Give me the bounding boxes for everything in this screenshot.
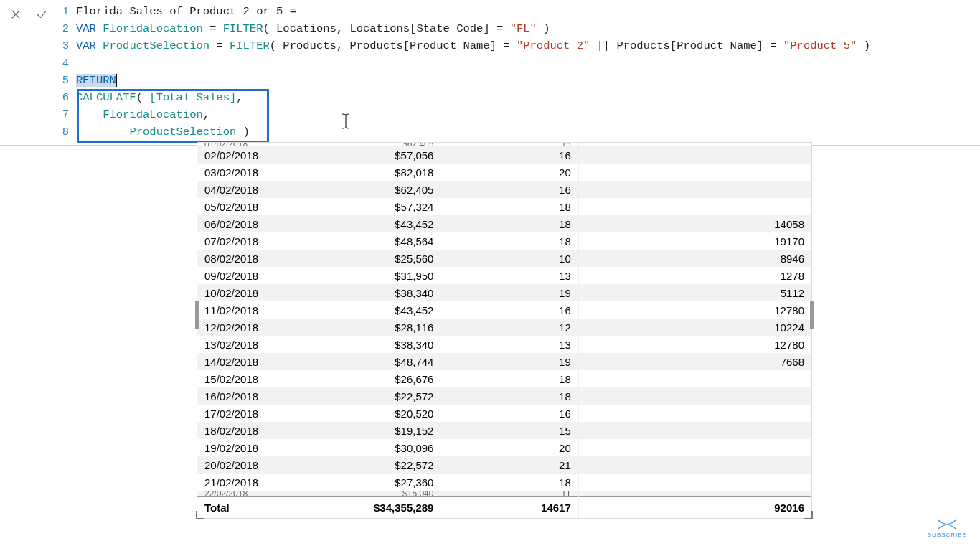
close-icon (9, 8, 22, 21)
resize-handle-left[interactable] (195, 301, 199, 329)
table-row[interactable]: 18/02/2018$19,15215 (197, 422, 811, 439)
formula-bar: 1 2 3 4 5 6 7 8 Florida Sales of Product… (0, 0, 980, 146)
cell-col3: 16 (440, 405, 578, 422)
dax-editor[interactable]: 1 2 3 4 5 6 7 8 Florida Sales of Product… (57, 0, 980, 145)
cell-col4 (578, 456, 811, 474)
table-row[interactable]: 03/02/2018$82,01820 (197, 164, 811, 181)
cell-col4: 12780 (578, 301, 811, 319)
cell-amount: $28,116 (314, 319, 440, 336)
table-row[interactable]: 08/02/2018$25,560108946 (197, 250, 811, 267)
cell-date: 13/02/2018 (197, 336, 314, 353)
cell-col3: 15 (440, 422, 578, 439)
table-row[interactable]: 05/02/2018$57,32418 (197, 198, 811, 215)
table-row[interactable]: 12/02/2018$28,1161210224 (197, 319, 811, 336)
resize-corner-br[interactable] (804, 511, 813, 519)
cell-col3: 18 (440, 215, 578, 232)
cell-col3: 20 (440, 164, 578, 181)
table-row[interactable]: 09/02/2018$31,950131278 (197, 267, 811, 284)
code-line-4[interactable] (76, 55, 870, 72)
cell-date: 20/02/2018 (197, 456, 314, 474)
cell-col3: 21 (440, 456, 578, 474)
cell-col3: 12 (440, 319, 578, 336)
total-col4: 92016 (578, 497, 811, 519)
cell-amount: $82,018 (314, 164, 440, 181)
cancel-button[interactable] (6, 4, 26, 24)
cell-date: 18/02/2018 (197, 422, 314, 439)
cell-col3: 20 (440, 439, 578, 456)
cell-col4 (578, 198, 811, 215)
line-gutter: 1 2 3 4 5 6 7 8 (57, 3, 76, 141)
cell-amount: $38,340 (314, 284, 440, 301)
cell-date: 03/02/2018 (197, 164, 314, 181)
table-row[interactable]: 22/02/2018$15,04011 (197, 491, 811, 497)
cell-amount: $48,744 (314, 353, 440, 370)
cell-col4 (578, 164, 811, 181)
code-line-7[interactable]: FloridaLocation, (76, 106, 870, 123)
cell-col4 (578, 439, 811, 456)
cell-col4: 19170 (578, 232, 811, 250)
cell-amount: $26,676 (314, 370, 440, 387)
cell-col4: 14058 (578, 215, 811, 232)
cell-amount: $22,572 (314, 387, 440, 405)
code-line-1[interactable]: Florida Sales of Product 2 or 5 = (76, 3, 870, 20)
code-line-2[interactable]: VAR FloridaLocation = FILTER( Locations,… (76, 20, 870, 37)
cell-col4: 5112 (578, 284, 811, 301)
table-row[interactable]: 04/02/2018$62,40516 (197, 181, 811, 198)
table-row[interactable]: 16/02/2018$22,57218 (197, 387, 811, 405)
table-row[interactable]: 06/02/2018$43,4521814058 (197, 215, 811, 232)
cell-col4 (578, 181, 811, 198)
cell-amount: $43,452 (314, 215, 440, 232)
cell-amount: $27,360 (314, 474, 440, 491)
cell-col4: 10224 (578, 319, 811, 336)
cell-amount: $30,096 (314, 439, 440, 456)
total-label: Total (197, 497, 314, 519)
cell-col3: 16 (440, 181, 578, 198)
cell-amount: $38,340 (314, 336, 440, 353)
cell-col3: 13 (440, 267, 578, 284)
cell-col4: 7668 (578, 353, 811, 370)
cell-col4 (578, 370, 811, 387)
table-row[interactable]: 17/02/2018$20,52016 (197, 405, 811, 422)
total-amount: $34,355,289 (314, 497, 440, 519)
table-row[interactable]: 21/02/2018$27,36018 (197, 474, 811, 491)
code-line-8[interactable]: ProductSelection ) (76, 123, 870, 141)
resize-handle-right[interactable] (810, 301, 814, 329)
cell-col3: 16 (440, 301, 578, 319)
data-table[interactable]: 01/02/2018$62,4051502/02/2018$57,0561603… (197, 143, 811, 518)
cell-col4 (578, 474, 811, 491)
code-line-5[interactable]: RETURN (76, 72, 870, 89)
cell-col3: 19 (440, 353, 578, 370)
cell-col3: 13 (440, 336, 578, 353)
cell-amount: $62,405 (314, 181, 440, 198)
commit-button[interactable] (32, 4, 52, 24)
code-line-3[interactable]: VAR ProductSelection = FILTER( Products,… (76, 37, 870, 55)
cell-date: 21/02/2018 (197, 474, 314, 491)
table-row[interactable]: 15/02/2018$26,67618 (197, 370, 811, 387)
cell-amount: $22,572 (314, 456, 440, 474)
data-table-visual[interactable]: 01/02/2018$62,4051502/02/2018$57,0561603… (197, 142, 812, 519)
table-row[interactable]: 19/02/2018$30,09620 (197, 439, 811, 456)
code-line-6[interactable]: CALCULATE( [Total Sales], (76, 89, 870, 106)
table-row[interactable]: 11/02/2018$43,4521612780 (197, 301, 811, 319)
cell-date: 11/02/2018 (197, 301, 314, 319)
code-lines[interactable]: Florida Sales of Product 2 or 5 = VAR Fl… (76, 3, 870, 141)
table-row[interactable]: 10/02/2018$38,340195112 (197, 284, 811, 301)
cell-col4: 1278 (578, 267, 811, 284)
cell-col4 (578, 387, 811, 405)
cell-amount: $43,452 (314, 301, 440, 319)
cell-date: 17/02/2018 (197, 405, 314, 422)
subscribe-watermark: SUBSCRIBE (928, 519, 967, 538)
cell-date: 10/02/2018 (197, 284, 314, 301)
table-row[interactable]: 02/02/2018$57,05616 (197, 146, 811, 164)
table-row[interactable]: 13/02/2018$38,3401312780 (197, 336, 811, 353)
resize-corner-bl[interactable] (196, 511, 204, 519)
table-row[interactable]: 14/02/2018$48,744197668 (197, 353, 811, 370)
total-col3: 14617 (440, 497, 578, 519)
cell-amount: $31,950 (314, 267, 440, 284)
cell-col3: 18 (440, 232, 578, 250)
table-row[interactable]: 20/02/2018$22,57221 (197, 456, 811, 474)
cell-date: 16/02/2018 (197, 387, 314, 405)
cell-amount: $57,056 (314, 146, 440, 164)
table-row[interactable]: 07/02/2018$48,5641819170 (197, 232, 811, 250)
cell-amount: $25,560 (314, 250, 440, 267)
